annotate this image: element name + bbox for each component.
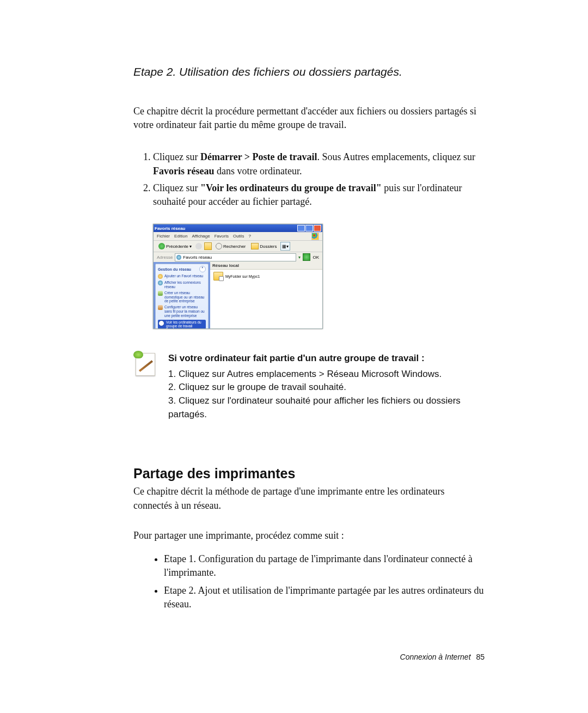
main-list: Cliquez sur Démarrer > Poste de travail.… <box>133 150 485 209</box>
note-line: 2. Cliquez sur le groupe de travail souh… <box>168 381 485 394</box>
menu-item[interactable]: Fichier <box>157 234 170 239</box>
list-item: Etape 2. Ajout et utilisation de l'impri… <box>164 584 485 611</box>
footer-label: Connexion à Internet <box>400 653 471 661</box>
menu-item[interactable]: Affichage <box>192 234 210 239</box>
step-title: Etape 2. Utilisation des fichiers ou dos… <box>133 65 485 78</box>
task-configure-wireless[interactable]: Configurer un réseau sans fil pour la ma… <box>158 305 206 318</box>
panel-title: Gestion du réseau <box>158 267 191 271</box>
note-box: Si votre ordinateur fait partie d'un aut… <box>133 352 485 421</box>
tasks-panel: Gestion du réseau ˄ Ajouter un Favori ré… <box>155 264 209 328</box>
note-line: 3. Cliquez sur l'ordinateur souhaité pou… <box>168 394 485 421</box>
close-icon[interactable] <box>314 225 321 231</box>
note-line: 1. Cliquez sur Autres emplacements > Rés… <box>168 368 485 381</box>
item-label: MyFolder sur Mypc1 <box>225 275 260 278</box>
text: dans votre ordinateur. <box>214 166 302 176</box>
task-create-network[interactable]: Créer un réseau domestique ou un réseau … <box>158 291 206 303</box>
task-add-favorite[interactable]: Ajouter un Favori réseau <box>158 274 206 279</box>
menu-item[interactable]: ? <box>248 234 250 239</box>
address-label: Adresse <box>157 255 173 260</box>
section-para: Ce chapitre décrit la méthode de partage… <box>133 485 485 512</box>
menu-item[interactable]: Favoris <box>215 234 229 239</box>
bold-text: Favoris réseau <box>153 166 214 176</box>
section-heading: Partage des imprimantes <box>133 466 485 482</box>
folders-button[interactable]: Dossiers <box>249 242 278 251</box>
network-icon <box>158 281 163 285</box>
text: . Sous Autres emplacements, cliquez sur <box>317 151 475 162</box>
label: Afficher les connexions réseau <box>164 281 206 289</box>
menu-bar: Fichier Edition Affichage Favoris Outils… <box>154 232 322 241</box>
note-icon <box>133 352 158 377</box>
window-controls <box>297 225 321 231</box>
chevron-up-icon: ˄ <box>199 266 206 272</box>
label: Rechercher <box>223 244 246 249</box>
windows-logo-icon <box>311 233 319 240</box>
workgroup-icon <box>158 320 164 326</box>
address-value: Favoris réseau <box>183 255 212 260</box>
list-item: Cliquez sur Démarrer > Poste de travail.… <box>153 150 485 178</box>
bold-text: Démarrer > Poste de travail <box>200 151 317 162</box>
panel-header[interactable]: Gestion du réseau ˄ <box>158 266 206 272</box>
address-field[interactable]: Favoris réseau <box>175 253 296 261</box>
toolbar: Précédente ▾ Rechercher Dossiers ▦▾ <box>154 241 322 252</box>
search-icon <box>216 243 222 249</box>
task-view-connections[interactable]: Afficher les connexions réseau <box>158 281 206 289</box>
label: Précédente <box>166 244 188 249</box>
text: Cliquez sur <box>153 151 200 162</box>
shared-item[interactable]: MyFolder sur Mypc1 <box>210 270 322 283</box>
menu-item[interactable]: Outils <box>233 234 244 239</box>
views-button[interactable]: ▦▾ <box>280 242 290 251</box>
window-title: Favoris réseau <box>155 226 185 231</box>
page-footer: Connexion à Internet 85 <box>400 653 485 661</box>
label: Dossiers <box>260 244 277 249</box>
back-icon <box>158 243 165 249</box>
page-number: 85 <box>476 653 485 661</box>
list-item: Cliquez sur "Voir les ordinateurs du gro… <box>153 181 485 209</box>
up-folder-icon[interactable] <box>204 242 212 250</box>
shared-folder-icon <box>213 272 223 281</box>
wireless-icon <box>158 305 163 310</box>
label: Créer un réseau domestique ou un réseau … <box>164 291 206 303</box>
forward-button[interactable] <box>195 243 202 249</box>
menu-item[interactable]: Edition <box>174 234 187 239</box>
content-pane: Réseau local MyFolder sur Mypc1 <box>210 262 322 328</box>
back-button[interactable]: Précédente ▾ <box>157 242 193 251</box>
intro-para: Ce chapitre décrit la procédure permetta… <box>133 105 485 132</box>
minimize-icon[interactable] <box>297 225 305 231</box>
search-button[interactable]: Rechercher <box>214 242 247 251</box>
section-para: Pour partager une imprimante, procédez c… <box>133 529 485 543</box>
maximize-icon[interactable] <box>305 225 313 231</box>
text: Cliquez sur <box>153 182 200 193</box>
favorite-icon <box>158 274 163 279</box>
task-view-workgroup[interactable]: Voir les ordinateurs du groupe de travai… <box>158 320 206 329</box>
list-item: Etape 1. Configuration du partage de l'i… <box>164 552 485 580</box>
screenshot-favoris-reseau: Favoris réseau Fichier Edition Affichage… <box>153 224 323 329</box>
go-label: OK <box>313 255 319 260</box>
address-bar: Adresse Favoris réseau ▾ OK <box>154 252 322 262</box>
tasks-pane: Gestion du réseau ˄ Ajouter un Favori ré… <box>154 262 210 328</box>
note-heading: Si votre ordinateur fait partie d'un aut… <box>168 352 485 365</box>
label: Voir les ordinateurs du groupe de travai… <box>166 320 205 329</box>
label: Configurer un réseau sans fil pour la ma… <box>164 305 206 318</box>
wizard-icon <box>158 291 163 296</box>
label: Ajouter un Favori réseau <box>164 274 203 278</box>
window-titlebar: Favoris réseau <box>154 224 322 232</box>
network-icon <box>176 255 181 260</box>
folder-icon <box>251 243 259 249</box>
go-button[interactable] <box>303 253 310 261</box>
column-header[interactable]: Réseau local <box>210 262 322 270</box>
bold-text: "Voir les ordinateurs du groupe de trava… <box>200 182 382 193</box>
bullet-list: Etape 1. Configuration du partage de l'i… <box>133 552 485 612</box>
